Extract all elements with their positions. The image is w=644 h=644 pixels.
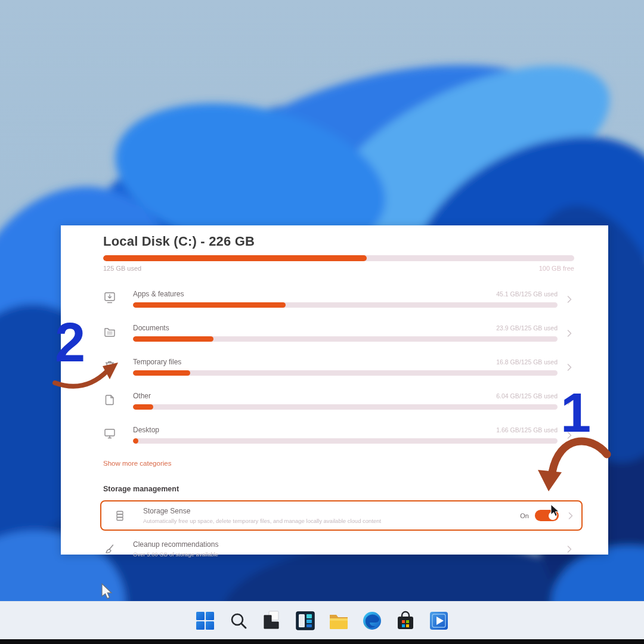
disk-usage-bar xyxy=(103,255,574,261)
category-usage-bar-fill xyxy=(133,370,190,376)
category-usage-bar-fill xyxy=(133,302,286,308)
category-row[interactable]: Temporary files 16.8 GB/125 GB used xyxy=(103,358,574,376)
category-usage-bar xyxy=(133,438,558,444)
toggle-state-label: On xyxy=(520,512,529,519)
start-button[interactable] xyxy=(193,609,217,633)
media-player-button[interactable] xyxy=(427,609,451,633)
category-label: Documents xyxy=(133,324,169,332)
category-usage: 23.9 GB/125 GB used xyxy=(496,324,558,332)
chevron-right-icon[interactable] xyxy=(565,363,574,372)
category-list: Apps & features 45.1 GB/125 GB used Docu… xyxy=(103,290,574,444)
chevron-right-icon[interactable] xyxy=(565,544,574,554)
chevron-right-icon[interactable] xyxy=(566,511,575,521)
mouse-cursor-desktop xyxy=(100,583,116,601)
task-view-button[interactable] xyxy=(260,609,284,633)
other-files-icon xyxy=(103,393,116,406)
chevron-right-icon[interactable] xyxy=(565,329,574,338)
category-usage: 16.8 GB/125 GB used xyxy=(496,358,558,366)
file-explorer-button[interactable] xyxy=(327,609,351,633)
category-usage-bar xyxy=(133,336,558,342)
category-row[interactable]: Documents 23.9 GB/125 GB used xyxy=(103,324,574,342)
category-usage-bar-fill xyxy=(133,336,213,342)
documents-icon xyxy=(103,325,116,338)
cleanup-title: Cleanup recommendations xyxy=(133,540,558,549)
category-usage: 1.66 GB/125 GB used xyxy=(496,426,558,434)
category-row[interactable]: Apps & features 45.1 GB/125 GB used xyxy=(103,290,574,308)
category-usage-bar xyxy=(133,302,558,308)
storage-sense-row[interactable]: Storage Sense Automatically free up spac… xyxy=(100,500,583,531)
page-title: Local Disk (C:) - 226 GB xyxy=(103,234,574,249)
storage-sense-subtitle: Automatically free up space, delete temp… xyxy=(143,518,520,524)
disk-used-label: 125 GB used xyxy=(103,265,141,272)
edge-button[interactable] xyxy=(360,609,384,633)
storage-management-header: Storage management xyxy=(103,485,574,493)
microsoft-store-button[interactable] xyxy=(394,609,417,633)
storage-sense-title: Storage Sense xyxy=(143,507,520,515)
category-label: Apps & features xyxy=(133,290,184,298)
category-usage-bar xyxy=(133,370,558,376)
disk-usage-bar-fill xyxy=(103,255,367,261)
taskbar xyxy=(0,601,644,640)
apps-features-icon xyxy=(103,291,116,304)
storage-sense-icon xyxy=(113,509,126,522)
chevron-right-icon[interactable] xyxy=(565,295,574,304)
category-usage-bar-fill xyxy=(133,404,153,410)
search-button[interactable] xyxy=(227,609,250,633)
cleanup-recommendations-row[interactable]: Cleanup recommendations Over 5.00 GB of … xyxy=(103,540,574,558)
annotation-step-2: 2 xyxy=(55,315,85,370)
annotation-step-1: 1 xyxy=(561,385,591,440)
cleanup-icon xyxy=(103,543,116,556)
temporary-files-icon xyxy=(103,359,116,372)
category-label: Temporary files xyxy=(133,358,181,366)
category-label: Desktop xyxy=(133,426,159,434)
mouse-cursor-on-toggle xyxy=(550,504,562,518)
category-usage-bar xyxy=(133,404,558,410)
cleanup-subtitle: Over 5.00 GB of storage available xyxy=(133,551,558,558)
category-row[interactable]: Desktop 1.66 GB/125 GB used xyxy=(103,426,574,444)
category-label: Other xyxy=(133,392,151,400)
disk-free-label: 100 GB free xyxy=(539,265,574,272)
category-usage: 6.04 GB/125 GB used xyxy=(496,392,558,400)
category-usage-bar-fill xyxy=(133,438,138,444)
widgets-button[interactable] xyxy=(293,609,317,633)
category-usage: 45.1 GB/125 GB used xyxy=(496,290,558,298)
storage-settings-panel: Local Disk (C:) - 226 GB 125 GB used 100… xyxy=(61,225,608,555)
desktop-icon xyxy=(103,427,116,440)
category-row[interactable]: Other 6.04 GB/125 GB used xyxy=(103,392,574,410)
bottom-edge-strip xyxy=(0,639,644,644)
show-more-categories-link[interactable]: Show more categories xyxy=(103,460,574,467)
